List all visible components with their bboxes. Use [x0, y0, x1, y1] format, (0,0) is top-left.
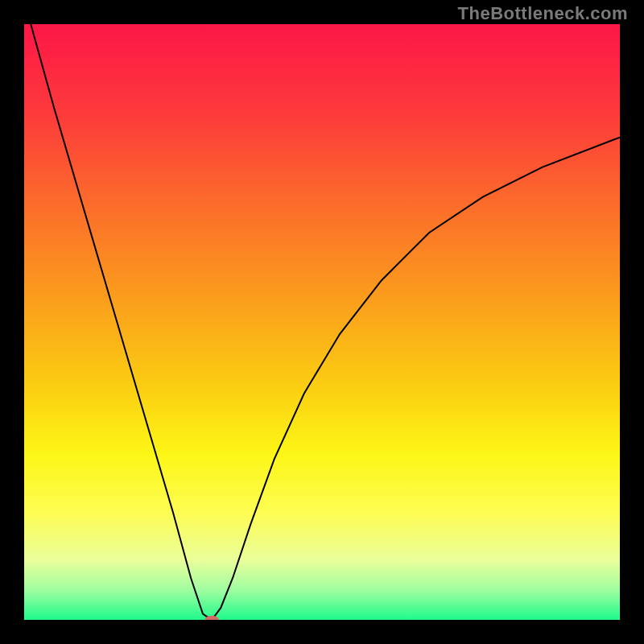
gradient-background [24, 24, 620, 620]
chart-svg [24, 24, 620, 620]
watermark-text: TheBottleneck.com [458, 3, 628, 24]
plot-area [24, 24, 620, 620]
chart-container: TheBottleneck.com [0, 0, 644, 644]
